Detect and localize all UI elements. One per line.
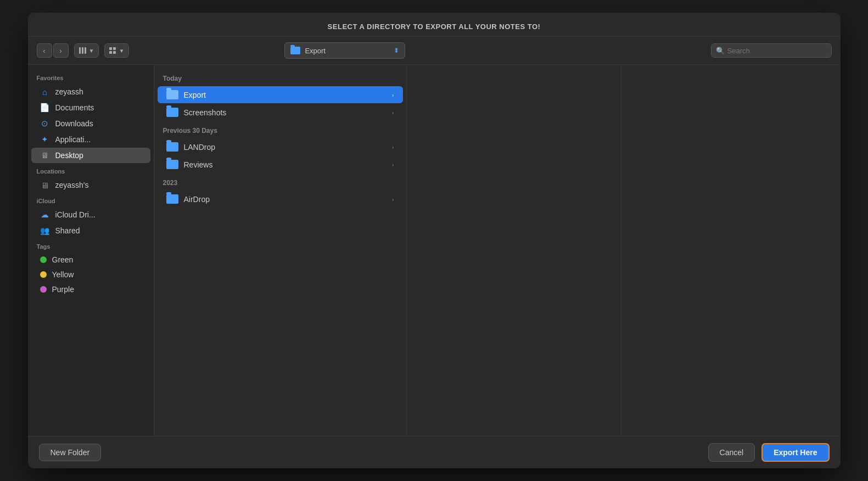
location-folder-icon (290, 47, 300, 54)
sidebar-item-downloads[interactable]: ⊙ Downloads (31, 116, 150, 131)
sidebar-item-label: Applicati... (55, 135, 91, 144)
sidebar-item-label: Desktop (55, 151, 83, 160)
chevron-right-icon: › (392, 92, 394, 98)
sidebar-item-label: iCloud Dri... (55, 210, 96, 219)
file-item-name: Reviews (184, 160, 213, 169)
sidebar-item-shared[interactable]: 👥 Shared (31, 223, 150, 238)
sidebar-item-label: Green (52, 255, 74, 264)
dialog-title-text: SELECT A DIRECTORY TO EXPORT ALL YOUR NO… (328, 23, 541, 31)
sidebar-item-icloud-drive[interactable]: ☁ iCloud Dri... (31, 207, 150, 222)
locations-label: Locations (28, 164, 154, 177)
column-view-icon (79, 47, 86, 54)
new-folder-button[interactable]: New Folder (39, 444, 102, 461)
file-item-name: AirDrop (184, 195, 210, 204)
dialog-title: SELECT A DIRECTORY TO EXPORT ALL YOUR NO… (28, 13, 841, 37)
favorites-label: Favorites (28, 70, 154, 83)
file-picker-dialog: SELECT A DIRECTORY TO EXPORT ALL YOUR NO… (28, 13, 841, 468)
file-column-3 (621, 65, 841, 436)
purple-tag-dot (40, 286, 47, 293)
file-item-reviews[interactable]: Reviews › (158, 156, 403, 173)
chevron-right-icon: › (392, 144, 394, 150)
grid-view-icon (109, 47, 116, 54)
yellow-tag-dot (40, 271, 47, 278)
export-here-button[interactable]: Export Here (761, 443, 829, 462)
chevron-right-icon: › (392, 196, 394, 203)
file-column-1: Today Export › Screenshots › Previous 30… (154, 65, 407, 436)
search-input[interactable] (727, 47, 827, 55)
cancel-button[interactable]: Cancel (708, 443, 755, 462)
forward-button[interactable]: › (53, 43, 69, 58)
app-icon: ✦ (40, 135, 50, 144)
sidebar-item-purple[interactable]: Purple (31, 282, 150, 297)
sidebar-item-label: zeyassh's (55, 181, 89, 189)
file-item-airdrop[interactable]: AirDrop › (158, 191, 403, 208)
location-chevron-icon: ⬍ (394, 47, 399, 54)
search-box[interactable]: 🔍 (711, 43, 832, 58)
file-item-landrop[interactable]: LANDrop › (158, 138, 403, 155)
section-previous-30-days: Previous 30 Days (154, 121, 406, 138)
location-label: Export (305, 47, 326, 55)
sidebar-item-applications[interactable]: ✦ Applicati... (31, 132, 150, 147)
search-icon: 🔍 (716, 47, 725, 55)
sidebar-item-green[interactable]: Green (31, 253, 150, 267)
sidebar: Favorites ⌂ zeyassh 📄 Documents ⊙ Downlo… (28, 65, 154, 436)
file-item-export[interactable]: Export › (158, 86, 403, 103)
sidebar-item-label: Documents (55, 103, 94, 112)
back-button[interactable]: ‹ (37, 43, 52, 58)
sidebar-item-zeyassh-mac[interactable]: 🖥 zeyassh's (31, 177, 150, 193)
toolbar: ‹ › ▼ ▼ Export ⬍ (28, 37, 841, 65)
column-view-button[interactable]: ▼ (74, 43, 99, 58)
sidebar-item-desktop[interactable]: 🖥 Desktop (31, 148, 150, 163)
sidebar-item-label: Shared (55, 226, 80, 235)
folder-icon (166, 142, 178, 152)
folder-icon (166, 90, 178, 99)
file-item-name: LANDrop (184, 143, 216, 152)
file-item-name: Screenshots (184, 108, 227, 117)
icloud-label: iCloud (28, 193, 154, 206)
sidebar-item-label: Downloads (55, 119, 93, 128)
sidebar-item-label: Yellow (52, 270, 74, 279)
file-column-2 (407, 65, 621, 436)
cloud-icon: ☁ (40, 210, 50, 220)
file-item-screenshots[interactable]: Screenshots › (158, 104, 403, 121)
grid-view-chevron: ▼ (119, 48, 124, 54)
doc-icon: 📄 (40, 103, 50, 113)
sidebar-item-yellow[interactable]: Yellow (31, 267, 150, 282)
action-buttons: Cancel Export Here (708, 443, 830, 462)
nav-buttons: ‹ › (37, 43, 69, 58)
file-item-name: Export (184, 91, 206, 99)
bottom-bar: New Folder Cancel Export Here (28, 436, 841, 468)
shared-icon: 👥 (40, 226, 50, 236)
grid-view-button[interactable]: ▼ (104, 43, 129, 58)
sidebar-item-label: Purple (52, 285, 74, 294)
desktop-icon: 🖥 (40, 150, 50, 160)
folder-icon (166, 194, 178, 204)
location-dropdown[interactable]: Export ⬍ (284, 42, 405, 59)
file-browser: Today Export › Screenshots › Previous 30… (154, 65, 841, 436)
section-2023: 2023 (154, 174, 406, 190)
download-icon: ⊙ (40, 119, 50, 128)
monitor-icon: 🖥 (40, 180, 50, 190)
sidebar-item-zeyassh[interactable]: ⌂ zeyassh (31, 84, 150, 99)
main-content: Favorites ⌂ zeyassh 📄 Documents ⊙ Downlo… (28, 65, 841, 436)
sidebar-item-label: zeyassh (55, 87, 83, 96)
home-icon: ⌂ (40, 87, 50, 97)
folder-icon (166, 108, 178, 117)
sidebar-item-documents[interactable]: 📄 Documents (31, 100, 150, 115)
tags-label: Tags (28, 239, 154, 252)
chevron-right-icon: › (392, 109, 394, 116)
section-today: Today (154, 69, 406, 86)
green-tag-dot (40, 256, 47, 263)
chevron-right-icon: › (392, 161, 394, 168)
folder-icon (166, 160, 178, 169)
column-view-chevron: ▼ (89, 48, 94, 54)
